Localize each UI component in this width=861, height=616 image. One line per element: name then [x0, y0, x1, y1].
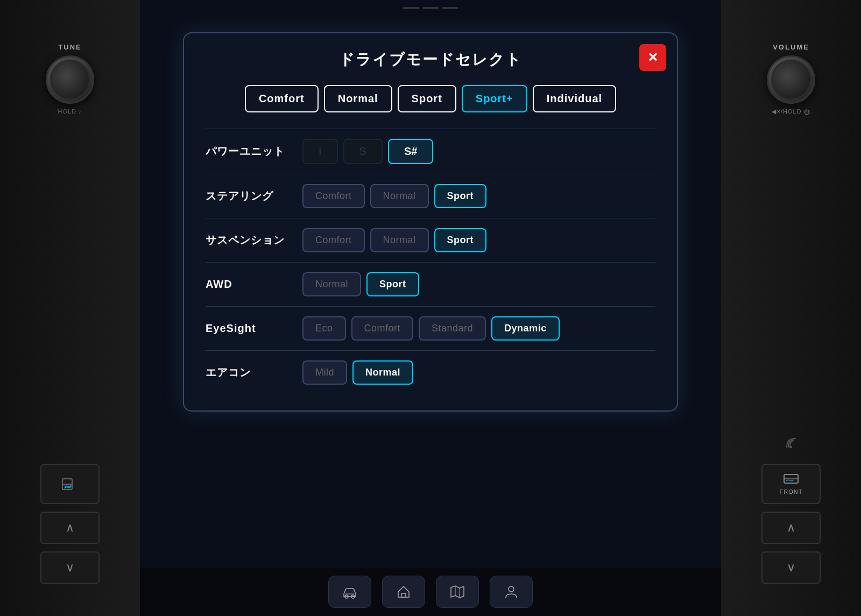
modal-title: ドライブモードセレクト	[206, 49, 655, 70]
right-up-arrow-icon: ∧	[787, 521, 795, 535]
eyesight-options: Eco Comfort Standard Dynamic	[302, 316, 560, 341]
eyesight-dynamic[interactable]: Dynamic	[491, 316, 560, 341]
steering-sport[interactable]: Sport	[434, 184, 487, 208]
aircon-normal[interactable]: Normal	[352, 360, 413, 385]
svg-point-7	[509, 586, 514, 592]
suspension-label: サスペンション	[206, 233, 292, 247]
close-icon: ✕	[647, 50, 658, 65]
right-arrow-up-button[interactable]: ∧	[761, 512, 821, 544]
nav-home-button[interactable]	[382, 576, 425, 608]
suspension-options: Comfort Normal Sport	[302, 228, 486, 252]
right-panel: VOLUME ◀×/HOLD ⏻	[721, 0, 861, 616]
steering-label: ステアリング	[206, 189, 292, 203]
bottom-nav	[140, 568, 721, 616]
front-label: FRONT	[780, 488, 803, 495]
aircon-label: エアコン	[206, 365, 292, 380]
aircon-row: エアコン Mild Normal	[206, 350, 655, 394]
drive-mode-modal: ドライブモードセレクト ✕ Comfort Normal Sport Sport…	[183, 32, 678, 412]
steering-row: ステアリング Comfort Normal Sport	[206, 174, 655, 218]
steering-comfort[interactable]: Comfort	[302, 184, 365, 208]
suspension-normal[interactable]: Normal	[370, 228, 429, 252]
tune-label: TUNE	[58, 43, 81, 51]
svg-rect-4	[401, 593, 406, 597]
top-indicator-1	[403, 7, 419, 9]
center-screen: ドライブモードセレクト ✕ Comfort Normal Sport Sport…	[140, 0, 721, 616]
hold-power-label: ◀×/HOLD ⏻	[772, 108, 810, 115]
awd-normal[interactable]: Normal	[302, 272, 361, 296]
nav-car-button[interactable]	[328, 576, 371, 608]
awd-sport[interactable]: Sport	[366, 272, 419, 296]
right-down-arrow-icon: ∨	[787, 561, 795, 575]
eyesight-standard[interactable]: Standard	[419, 316, 486, 341]
eyesight-row: EyeSight Eco Comfort Standard Dynamic	[206, 306, 655, 350]
tab-normal[interactable]: Normal	[324, 85, 392, 112]
awd-label: AWD	[206, 278, 292, 291]
up-arrow-icon: ∧	[66, 521, 74, 535]
power-unit-options: I S S#	[302, 139, 433, 164]
outer-frame: TUNE HOLD ♪ ∧ ∨	[0, 0, 861, 616]
left-arrow-up-button[interactable]: ∧	[40, 512, 100, 544]
volume-label: VOLUME	[773, 43, 809, 51]
front-heat-button[interactable]: FRONT	[761, 464, 821, 504]
eyesight-comfort[interactable]: Comfort	[351, 316, 414, 341]
tune-knob[interactable]	[46, 55, 94, 104]
mode-tabs: Comfort Normal Sport Sport+ Individual	[206, 85, 655, 112]
volume-knob-section: VOLUME ◀×/HOLD ⏻	[767, 43, 815, 115]
nav-person-button[interactable]	[490, 576, 533, 608]
suspension-row: サスペンション Comfort Normal Sport	[206, 218, 655, 262]
power-unit-row: パワーユニット I S S#	[206, 129, 655, 174]
steering-normal[interactable]: Normal	[370, 184, 429, 208]
suspension-sport[interactable]: Sport	[434, 228, 487, 252]
suspension-comfort[interactable]: Comfort	[302, 228, 365, 252]
close-button[interactable]: ✕	[639, 44, 666, 71]
tab-sport-plus[interactable]: Sport+	[462, 85, 527, 112]
screen-top-bar	[140, 0, 721, 16]
left-arrow-down-button[interactable]: ∨	[40, 551, 100, 584]
steering-options: Comfort Normal Sport	[302, 184, 486, 208]
tab-individual[interactable]: Individual	[533, 85, 616, 112]
aircon-options: Mild Normal	[302, 360, 413, 385]
awd-row: AWD Normal Sport	[206, 262, 655, 306]
top-indicator-2	[422, 7, 439, 9]
down-arrow-icon: ∨	[66, 561, 74, 575]
power-unit-label: パワーユニット	[206, 144, 292, 159]
eyesight-eco[interactable]: Eco	[302, 316, 346, 341]
power-btn-s-sharp[interactable]: S#	[388, 139, 433, 164]
awd-options: Normal Sport	[302, 272, 419, 296]
volume-knob[interactable]	[767, 55, 815, 104]
tab-sport[interactable]: Sport	[398, 85, 456, 112]
seat-heat-button[interactable]	[40, 464, 100, 504]
aircon-mild[interactable]: Mild	[302, 360, 347, 385]
nfc-icon	[781, 433, 801, 456]
power-btn-i[interactable]: I	[302, 139, 338, 164]
tune-knob-section: TUNE HOLD ♪	[46, 43, 94, 115]
hold-label: HOLD ♪	[58, 108, 82, 115]
nav-map-button[interactable]	[436, 576, 479, 608]
svg-point-8	[790, 446, 792, 448]
power-btn-s[interactable]: S	[343, 139, 383, 164]
eyesight-label: EyeSight	[206, 322, 292, 335]
top-indicator-3	[442, 7, 458, 9]
right-arrow-down-button[interactable]: ∨	[761, 551, 821, 584]
left-panel: TUNE HOLD ♪ ∧ ∨	[0, 0, 140, 616]
tab-comfort[interactable]: Comfort	[245, 85, 319, 112]
